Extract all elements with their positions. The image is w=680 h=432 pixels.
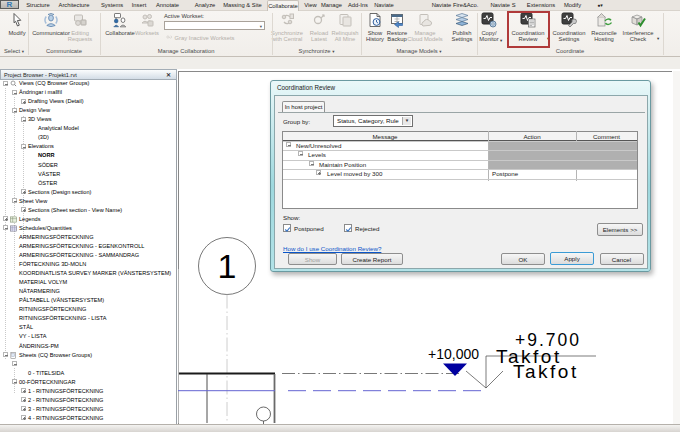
svg-text:Takfot: Takfot: [513, 361, 579, 382]
svg-text:+10,000: +10,000: [428, 346, 479, 362]
svg-text:1: 1: [218, 247, 237, 285]
